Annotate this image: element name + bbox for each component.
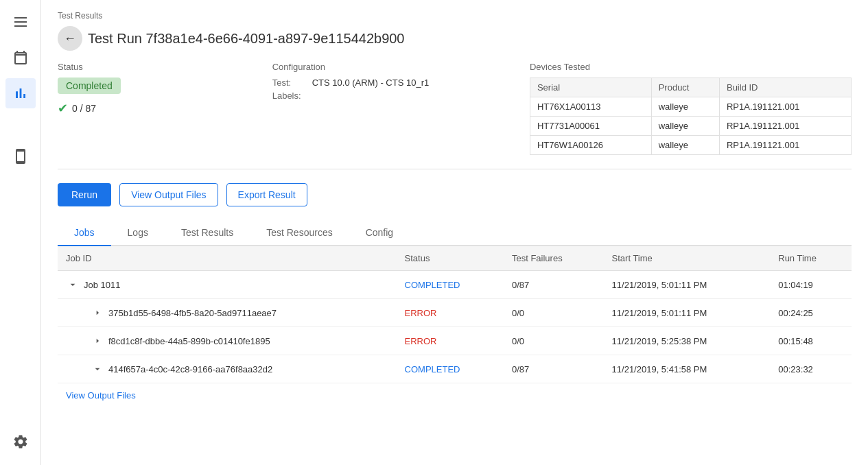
sidebar bbox=[0, 0, 41, 465]
tabs: Jobs Logs Test Results Test Resources Co… bbox=[58, 220, 852, 246]
job-id-cell: f8cd1c8f-dbbe-44a5-899b-c01410fe1895 bbox=[58, 327, 397, 355]
page-title: Test Run 7f38a1e4-6e66-4091-a897-9e11544… bbox=[88, 31, 405, 47]
job-status: COMPLETED bbox=[397, 355, 504, 383]
device-row: HT76W1A00126walleyeRP1A.191121.001 bbox=[530, 136, 851, 155]
config-block: Configuration Test: CTS 10.0 (ARM) - CTS… bbox=[272, 62, 530, 155]
device-cell-serial: HT76X1A00113 bbox=[530, 97, 651, 117]
breadcrumb: Test Results bbox=[58, 11, 852, 21]
config-labels-row: Labels: bbox=[272, 91, 530, 101]
tab-test-results[interactable]: Test Results bbox=[165, 220, 250, 246]
action-buttons: Rerun View Output Files Export Result bbox=[58, 183, 852, 206]
jobs-body: Job 1011COMPLETED0/8711/21/2019, 5:01:11… bbox=[58, 271, 852, 383]
collapse-button[interactable] bbox=[91, 362, 104, 376]
devices-block: Devices Tested Serial Product Build ID H… bbox=[530, 62, 852, 155]
device-cell-build_id: RP1A.191121.001 bbox=[719, 136, 851, 155]
job-run-time: 01:04:19 bbox=[770, 271, 852, 299]
job-run-time: 00:23:32 bbox=[770, 355, 852, 383]
title-row: ← Test Run 7f38a1e4-6e66-4091-a897-9e115… bbox=[58, 26, 852, 51]
col-build-id: Build ID bbox=[719, 78, 851, 97]
col-product: Product bbox=[651, 78, 719, 97]
job-test-failures: 0/0 bbox=[504, 299, 604, 327]
config-test-val: CTS 10.0 (ARM) - CTS 10_r1 bbox=[312, 78, 430, 88]
tab-config[interactable]: Config bbox=[349, 220, 410, 246]
pass-count-value: 0 / 87 bbox=[72, 103, 96, 114]
devices-table: Serial Product Build ID HT76X1A00113wall… bbox=[530, 78, 852, 155]
device-cell-build_id: RP1A.191121.001 bbox=[719, 97, 851, 117]
info-section: Status Completed ✔ 0 / 87 Configuration … bbox=[58, 62, 852, 169]
sidebar-item-settings[interactable] bbox=[5, 427, 36, 457]
device-cell-build_id: RP1A.191121.001 bbox=[719, 117, 851, 136]
header: Test Results ← Test Run 7f38a1e4-6e66-40… bbox=[58, 11, 852, 51]
svg-rect-0 bbox=[14, 17, 27, 19]
config-test-key: Test: bbox=[272, 78, 307, 88]
pass-count: ✔ 0 / 87 bbox=[58, 101, 272, 116]
col-run-time: Run Time bbox=[770, 246, 852, 271]
status-block: Status Completed ✔ 0 / 87 bbox=[58, 62, 272, 155]
job-status: COMPLETED bbox=[397, 271, 504, 299]
sidebar-item-calendar[interactable] bbox=[5, 43, 36, 73]
job-id-cell: 414f657a-4c0c-42c8-9166-aa76f8aa32d2 bbox=[58, 355, 397, 383]
device-cell-serial: HT7731A00061 bbox=[530, 117, 651, 136]
devices-header-row: Serial Product Build ID bbox=[530, 78, 851, 97]
job-test-failures: 0/87 bbox=[504, 355, 604, 383]
job-start-time: 11/21/2019, 5:01:11 PM bbox=[604, 299, 771, 327]
job-status: ERROR bbox=[397, 299, 504, 327]
expand-button[interactable] bbox=[91, 334, 104, 348]
devices-body: HT76X1A00113walleyeRP1A.191121.001HT7731… bbox=[530, 97, 851, 155]
job-start-time: 11/21/2019, 5:01:11 PM bbox=[604, 271, 771, 299]
job-row: 375b1d55-6498-4fb5-8a20-5ad9711aeae7ERRO… bbox=[58, 299, 852, 327]
expand-button[interactable] bbox=[91, 306, 104, 320]
status-label: Status bbox=[58, 62, 272, 72]
sidebar-item-chart[interactable] bbox=[5, 78, 36, 108]
tab-jobs[interactable]: Jobs bbox=[58, 220, 111, 246]
svg-rect-2 bbox=[14, 25, 27, 27]
job-id-value: f8cd1c8f-dbbe-44a5-899b-c01410fe1895 bbox=[108, 336, 270, 346]
device-cell-product: walleye bbox=[651, 117, 719, 136]
sidebar-item-list[interactable] bbox=[5, 7, 36, 37]
job-id-value: 414f657a-4c0c-42c8-9166-aa76f8aa32d2 bbox=[108, 364, 272, 374]
job-row: 414f657a-4c0c-42c8-9166-aa76f8aa32d2COMP… bbox=[58, 355, 852, 383]
export-result-button[interactable]: Export Result bbox=[226, 183, 307, 206]
job-id-cell: Job 1011 bbox=[58, 271, 397, 299]
job-run-time: 00:15:48 bbox=[770, 327, 852, 355]
status-badge: Completed bbox=[58, 78, 121, 94]
view-output-files-link[interactable]: View Output Files bbox=[58, 383, 852, 407]
device-row: HT76X1A00113walleyeRP1A.191121.001 bbox=[530, 97, 851, 117]
col-start-time: Start Time bbox=[604, 246, 771, 271]
view-output-button[interactable]: View Output Files bbox=[119, 183, 218, 206]
col-status: Status bbox=[397, 246, 504, 271]
tab-test-resources[interactable]: Test Resources bbox=[250, 220, 349, 246]
job-run-time: 00:24:25 bbox=[770, 299, 852, 327]
job-row: Job 1011COMPLETED0/8711/21/2019, 5:01:11… bbox=[58, 271, 852, 299]
sidebar-item-device[interactable] bbox=[5, 141, 36, 171]
main-content: Test Results ← Test Run 7f38a1e4-6e66-40… bbox=[41, 0, 868, 465]
svg-rect-1 bbox=[14, 21, 27, 23]
device-cell-product: walleye bbox=[651, 97, 719, 117]
col-job-id: Job ID bbox=[58, 246, 397, 271]
collapse-button[interactable] bbox=[66, 278, 80, 291]
config-labels-key: Labels: bbox=[272, 91, 307, 101]
col-serial: Serial bbox=[530, 78, 651, 97]
config-label: Configuration bbox=[272, 62, 530, 72]
job-start-time: 11/21/2019, 5:41:58 PM bbox=[604, 355, 771, 383]
device-cell-product: walleye bbox=[651, 136, 719, 155]
job-start-time: 11/21/2019, 5:25:38 PM bbox=[604, 327, 771, 355]
config-test-row: Test: CTS 10.0 (ARM) - CTS 10_r1 bbox=[272, 78, 530, 88]
job-id-value: Job 1011 bbox=[84, 280, 121, 290]
job-status: ERROR bbox=[397, 327, 504, 355]
rerun-button[interactable]: Rerun bbox=[58, 183, 111, 206]
device-row: HT7731A00061walleyeRP1A.191121.001 bbox=[530, 117, 851, 136]
tab-logs[interactable]: Logs bbox=[111, 220, 165, 246]
check-icon: ✔ bbox=[58, 101, 68, 116]
job-id-cell: 375b1d55-6498-4fb5-8a20-5ad9711aeae7 bbox=[58, 299, 397, 327]
back-button[interactable]: ← bbox=[58, 26, 82, 51]
job-test-failures: 0/87 bbox=[504, 271, 604, 299]
job-id-value: 375b1d55-6498-4fb5-8a20-5ad9711aeae7 bbox=[108, 308, 277, 318]
devices-label: Devices Tested bbox=[530, 62, 852, 72]
job-row: f8cd1c8f-dbbe-44a5-899b-c01410fe1895ERRO… bbox=[58, 327, 852, 355]
job-test-failures: 0/0 bbox=[504, 327, 604, 355]
jobs-header-row: Job ID Status Test Failures Start Time R… bbox=[58, 246, 852, 271]
col-test-failures: Test Failures bbox=[504, 246, 604, 271]
jobs-table: Job ID Status Test Failures Start Time R… bbox=[58, 246, 852, 383]
device-cell-serial: HT76W1A00126 bbox=[530, 136, 651, 155]
